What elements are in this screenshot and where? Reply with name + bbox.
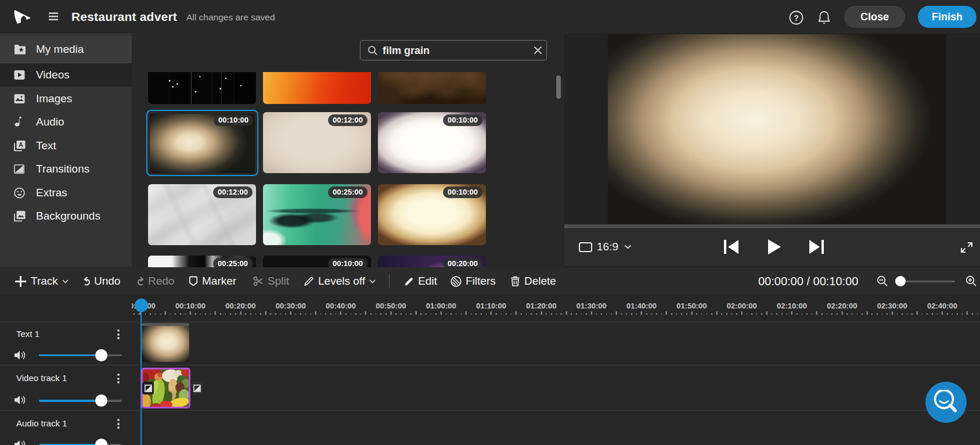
svg-text:?: ?	[794, 13, 799, 23]
svg-text:A: A	[19, 141, 23, 148]
